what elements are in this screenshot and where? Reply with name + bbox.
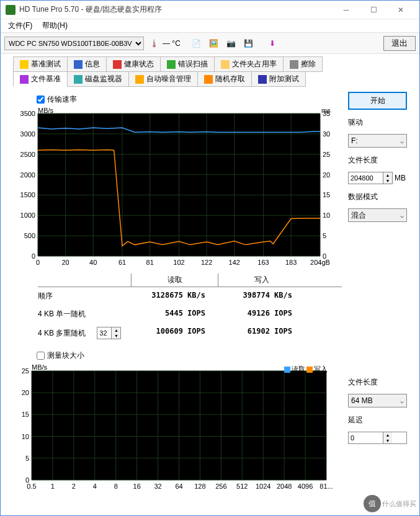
svg-text:4: 4 [93,483,97,490]
copy-image-icon[interactable]: 🖼️ [207,36,221,51]
drive-select[interactable]: F: [348,134,407,148]
file-length-label: 文件长度 [348,155,407,166]
tab-基准测试[interactable]: 基准测试 [13,56,68,72]
results-table: 读取 写入 顺序3128675 KB/s398774 KB/s4 KB 单一随机… [38,274,342,343]
toolbar: WDC PC SN750 WDS100T1B0E-00B3V0 (: 🌡️ — … [1,33,419,54]
col-header-write: 写入 [218,274,305,287]
svg-text:20: 20 [323,171,330,179]
health-icon [113,60,122,69]
trash-icon [290,60,298,69]
menu-bar: 文件(F) 帮助(H) [1,19,419,33]
svg-text:1: 1 [51,483,55,490]
save-icon[interactable]: 💾 [241,36,256,51]
info-icon [74,60,83,69]
delay-spin[interactable]: ▲▼ [348,432,407,444]
legend-write-label: 写入 [314,365,328,374]
sound-icon [135,75,144,84]
svg-text:2: 2 [72,483,76,490]
svg-text:102: 102 [173,259,184,266]
svg-text:15: 15 [323,191,330,198]
svg-text:2000: 2000 [20,171,35,179]
svg-text:142: 142 [229,259,240,266]
svg-text:25: 25 [323,151,330,158]
tab-文件基准[interactable]: 文件基准 [13,71,68,87]
device-select[interactable]: WDC PC SN750 WDS100T1B0E-00B3V0 (: [4,37,144,50]
monitor-icon [74,75,83,84]
tab-信息[interactable]: 信息 [67,56,107,72]
thermometer-icon: 🌡️ [146,36,161,51]
block-size-label: 测量块大小 [47,350,84,361]
tab-文件夹占用率[interactable]: 文件夹占用率 [214,56,284,72]
file-length-spin[interactable]: ▲▼ [348,172,393,184]
tab-错误扫描[interactable]: 错误扫描 [160,56,215,72]
svg-text:81...: 81... [319,483,333,490]
svg-text:61: 61 [118,259,126,266]
svg-text:25: 25 [22,367,29,375]
menu-help[interactable]: 帮助(H) [37,19,73,32]
svg-text:512: 512 [236,483,248,490]
close-button[interactable]: ✕ [387,1,414,19]
block-size-checkbox[interactable] [37,352,45,360]
svg-text:32: 32 [154,483,161,490]
svg-text:5: 5 [25,455,29,462]
maximize-button[interactable]: ☐ [360,1,387,19]
legend-read-swatch [284,367,290,373]
svg-text:30: 30 [323,130,330,138]
svg-text:10: 10 [22,433,29,440]
data-mode-select[interactable]: 混合 [348,208,407,222]
tab-磁盘监视器[interactable]: 磁盘监视器 [67,71,129,87]
svg-text:3500: 3500 [20,110,35,117]
svg-text:0: 0 [36,259,40,266]
menu-file[interactable]: 文件(F) [3,19,37,32]
temperature-value: — °C [163,39,181,48]
tab-健康状态[interactable]: 健康状态 [106,56,161,72]
tab-附加测试[interactable]: 附加测试 [251,71,306,87]
file-length2-select[interactable]: 64 MB [348,394,407,407]
light-icon [20,60,29,69]
svg-text:500: 500 [24,232,35,239]
search-icon [167,60,176,69]
svg-text:40: 40 [89,259,97,266]
svg-text:20: 20 [22,389,29,396]
svg-text:122: 122 [201,259,212,266]
random-icon [204,75,213,84]
svg-text:128: 128 [194,483,205,490]
start-button[interactable]: 开始 [348,92,407,110]
file-length2-label: 文件长度 [348,377,407,388]
svg-text:1024: 1024 [256,483,270,490]
drive-label: 驱动 [348,117,407,128]
tab-自动噪音管理[interactable]: 自动噪音管理 [128,71,198,87]
minimize-button[interactable]: ─ [333,1,360,19]
transfer-rate-label: 传输速率 [47,94,77,105]
watermark: 值 什么值得买 [364,495,416,512]
svg-text:163: 163 [257,259,269,266]
svg-text:5: 5 [323,232,326,239]
legend-read-label: 读取 [292,365,305,374]
exit-button[interactable]: 退出 [383,36,416,51]
svg-text:20: 20 [61,259,69,266]
copy-text-icon[interactable]: 📄 [189,36,204,51]
legend-write-swatch [306,367,313,373]
col-header-read: 读取 [131,274,218,287]
window-title: HD Tune Pro 5.70 - 硬盘/固态硬盘实用程序 [19,4,333,15]
queue-depth-spin[interactable]: ▲▼ [97,327,121,339]
svg-text:2048: 2048 [277,483,292,490]
svg-text:3000: 3000 [20,130,35,138]
data-mode-label: 数据模式 [348,192,407,202]
svg-text:2500: 2500 [20,151,35,158]
folder-icon [221,60,230,69]
file-length-unit: MB [395,174,406,182]
file-bench-icon [20,75,29,84]
svg-text:0.5: 0.5 [27,483,36,490]
screenshot-icon[interactable]: 📷 [224,36,239,51]
transfer-rate-checkbox[interactable] [37,96,45,104]
svg-text:0: 0 [32,252,35,260]
tab-随机存取[interactable]: 随机存取 [197,71,252,87]
svg-text:10: 10 [323,211,330,219]
table-row: 4 KB 单一随机5445 IOPS49126 IOPS [38,305,342,323]
options-icon[interactable]: ⬇ [265,36,280,51]
svg-text:8: 8 [114,483,118,490]
delay-label: 延迟 [348,415,407,425]
svg-text:64: 64 [175,483,182,490]
tab-擦除[interactable]: 擦除 [283,56,323,72]
